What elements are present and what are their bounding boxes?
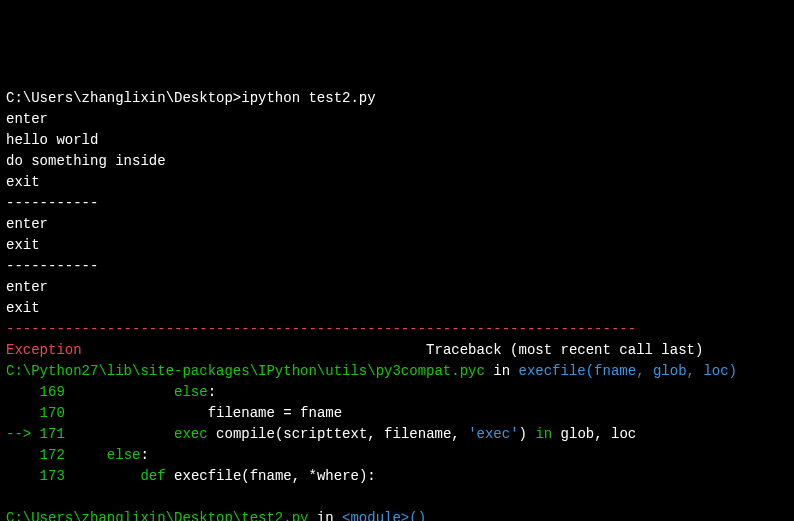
frame2-func: <module>: [342, 510, 409, 521]
frame2-header: C:\Users\zhanglixin\Desktop\test2.py in …: [6, 510, 426, 521]
line-number: 169: [40, 382, 65, 403]
line-number: 170: [40, 403, 65, 424]
frame1-lines: 169 else: 170 filename = fname--> 171 ex…: [6, 382, 788, 487]
arrow: [6, 384, 40, 400]
exc-name: Exception: [6, 342, 82, 358]
stdout-line: exit: [6, 235, 788, 256]
stdout-line: exit: [6, 298, 788, 319]
frame1-header: C:\Python27\lib\site-packages\IPython\ut…: [6, 363, 737, 379]
code-line: 173 def execfile(fname, *where):: [6, 466, 788, 487]
tb-header: Exception Traceback (most recent call la…: [6, 342, 703, 358]
frame1-func: execfile: [519, 363, 586, 379]
frame1-path: C:\Python27\lib\site-packages\IPython\ut…: [6, 363, 485, 379]
line-number: 171: [40, 424, 65, 445]
frame2-path: C:\Users\zhanglixin\Desktop\test2.py: [6, 510, 308, 521]
stdout-block: enterhello worlddo something insideexit-…: [6, 109, 788, 319]
stdout-line: enter: [6, 214, 788, 235]
stdout-line: -----------: [6, 256, 788, 277]
command: ipython test2.py: [241, 90, 375, 106]
stdout-line: exit: [6, 172, 788, 193]
stdout-line: hello world: [6, 130, 788, 151]
prompt-line: C:\Users\zhanglixin\Desktop>ipython test…: [6, 90, 376, 106]
stdout-line: enter: [6, 109, 788, 130]
code-line: 169 else:: [6, 382, 788, 403]
terminal[interactable]: C:\Users\zhanglixin\Desktop>ipython test…: [6, 88, 788, 521]
tb-separator: ----------------------------------------…: [6, 321, 636, 337]
stdout-line: enter: [6, 277, 788, 298]
stdout-line: -----------: [6, 193, 788, 214]
arrow: [6, 405, 40, 421]
line-number: 173: [40, 466, 65, 487]
code-line: 170 filename = fname: [6, 403, 788, 424]
code-line: 172 else:: [6, 445, 788, 466]
arrow: -->: [6, 426, 40, 442]
prompt-path: C:\Users\zhanglixin\Desktop>: [6, 90, 241, 106]
arrow: [6, 468, 40, 484]
arrow: [6, 447, 40, 463]
stdout-line: do something inside: [6, 151, 788, 172]
tb-label: Traceback (most recent call last): [426, 342, 703, 358]
code-line: --> 171 exec compile(scripttext, filenam…: [6, 424, 788, 445]
line-number: 172: [40, 445, 65, 466]
